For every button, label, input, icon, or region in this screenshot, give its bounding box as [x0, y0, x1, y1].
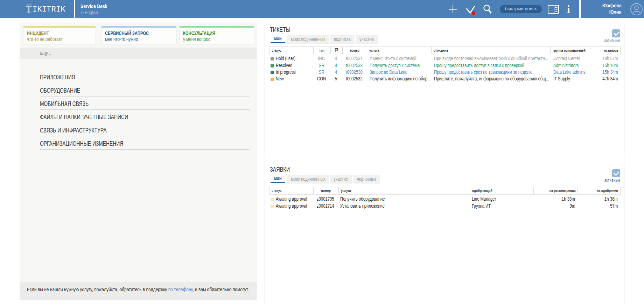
svg-text:IKITRIK: IKITRIK	[33, 5, 65, 13]
